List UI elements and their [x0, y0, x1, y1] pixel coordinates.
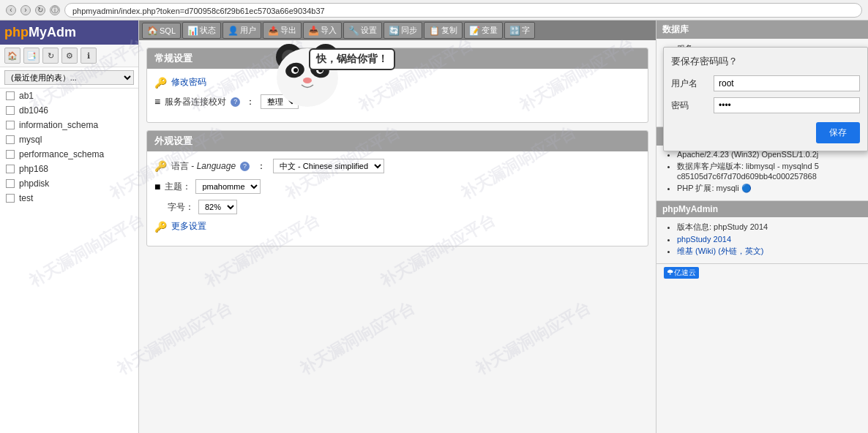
phpmyadmin-item-2: phpStudy 2014: [677, 235, 861, 244]
nav-icon: 📥: [308, 26, 319, 36]
language-help-icon[interactable]: ?: [240, 162, 250, 171]
font-size-select[interactable]: 82%: [198, 200, 237, 214]
language-icon: 🔑: [154, 160, 167, 172]
forward-button[interactable]: ›: [20, 5, 31, 15]
sidebar-icon-row: 🏠 📑 ↻ ⚙ ℹ: [0, 45, 138, 67]
theme-label: 主题：: [165, 181, 191, 193]
bookmark-icon-btn[interactable]: 📑: [23, 48, 40, 64]
theme-select[interactable]: pmahomme: [195, 179, 261, 194]
info-icon-btn[interactable]: ℹ: [81, 48, 97, 64]
refresh-icon-btn[interactable]: ↻: [42, 48, 59, 64]
db-item-label: test: [19, 193, 33, 203]
db-item-label: information_schema: [19, 120, 98, 130]
nav-icon: 👤: [228, 26, 239, 36]
phpstudy-link[interactable]: phpStudy 2014: [677, 235, 731, 244]
browser-chrome: ‹ › ↻ ⓘ phpmyadmin/index.php?token=d7009…: [0, 0, 868, 20]
sidebar-db-item[interactable]: db1046: [0, 103, 138, 118]
popup-username-input[interactable]: [714, 75, 860, 91]
theme-icon: ■: [154, 181, 160, 192]
db-item-checkbox[interactable]: [6, 106, 15, 115]
wiki-link[interactable]: 维基 (Wiki) (外链，英文): [677, 246, 764, 255]
collation-colon: ：: [246, 96, 255, 108]
db-item-checkbox[interactable]: [6, 179, 15, 188]
appearance-settings-body: 🔑 语言 - Language ? ： 中文 - Chinese simplif…: [147, 151, 648, 246]
db-item-checkbox[interactable]: [6, 150, 15, 159]
sidebar-header: phpMyAdm: [0, 20, 138, 45]
back-button[interactable]: ‹: [6, 5, 16, 15]
logo-myadm: MyAdm: [29, 25, 76, 39]
popup-password-row: 密码: [671, 97, 860, 113]
phpmyadmin-item-3: 维基 (Wiki) (外链，英文): [677, 246, 861, 257]
nav-icon: 📤: [268, 26, 279, 36]
change-password-link[interactable]: 修改密码: [171, 76, 206, 89]
mysqli-info-icon[interactable]: 🔵: [741, 184, 752, 192]
change-password-row: 🔑 修改密码: [154, 76, 640, 89]
settings-content: 常规设置 🔑 修改密码 ≡ 服务器连接校对 ? ： 整理: [139, 40, 656, 433]
general-settings-body: 🔑 修改密码 ≡ 服务器连接校对 ? ： 整理: [147, 69, 648, 122]
nav-button-变量[interactable]: 📝变量: [464, 22, 503, 39]
nav-button-导入[interactable]: 📥导入: [303, 22, 342, 39]
nav-button-导出[interactable]: 📤导出: [263, 22, 302, 39]
appearance-settings-section: 外观设置 🔑 语言 - Language ? ： 中文 - Chinese si…: [146, 130, 648, 246]
refresh-button[interactable]: ↻: [35, 5, 45, 15]
language-row: 🔑 语言 - Language ? ： 中文 - Chinese simplif…: [154, 159, 640, 173]
nav-button-状态[interactable]: 📊状态: [182, 22, 221, 39]
nav-label: 变量: [482, 25, 498, 36]
home-icon-btn[interactable]: 🏠: [4, 48, 20, 64]
nav-button-设置[interactable]: 🔧设置: [343, 22, 382, 39]
collation-select[interactable]: 整理: [261, 94, 299, 109]
sidebar-db-item[interactable]: information_schema: [0, 118, 138, 132]
nav-button-SQL[interactable]: 🏠SQL: [142, 23, 181, 39]
nav-label: 同步: [401, 25, 417, 36]
db-select-row: (最近使用的表）...: [0, 67, 138, 89]
sidebar-db-item[interactable]: phpdisk: [0, 176, 138, 191]
sidebar-db-item[interactable]: test: [0, 191, 138, 206]
db-item-label: mysql: [19, 135, 42, 145]
collation-help-icon[interactable]: ?: [231, 97, 240, 107]
nav-button-用户[interactable]: 👤用户: [222, 22, 261, 39]
sidebar-db-item[interactable]: mysql: [0, 132, 138, 147]
url-bar[interactable]: phpmyadmin/index.php?token=d700958c6f29b…: [64, 3, 862, 18]
more-settings-row: 🔑 更多设置: [154, 220, 640, 233]
db-item-checkbox[interactable]: [6, 135, 15, 144]
font-size-row: 字号： 82%: [154, 200, 640, 214]
nav-label: 设置: [361, 25, 377, 36]
popup-username-label: 用户名: [671, 78, 708, 90]
info-button[interactable]: ⓘ: [50, 5, 60, 15]
theme-row: ■ 主题： pmahomme: [154, 179, 640, 194]
sidebar-db-item[interactable]: ab1: [0, 89, 138, 103]
nav-button-复制[interactable]: 📋复制: [424, 22, 463, 39]
general-settings-section: 常规设置 🔑 修改密码 ≡ 服务器连接校对 ? ： 整理: [146, 48, 648, 123]
sidebar-db-item[interactable]: php168: [0, 162, 138, 176]
popup-save-button[interactable]: 保存: [816, 122, 860, 143]
popup-title: 要保存密码吗？: [671, 55, 860, 68]
db-item-checkbox[interactable]: [6, 165, 15, 173]
db-item-label: db1046: [19, 105, 48, 116]
db-item-checkbox[interactable]: [6, 91, 15, 100]
phpmyadmin-item-1: 版本信息: phpStudy 2014: [677, 222, 861, 233]
db-item-label: performance_schema: [19, 149, 104, 159]
yiyun-logo: 🌩亿速云: [664, 267, 699, 279]
nav-label: 复制: [441, 25, 457, 36]
nav-label: 导出: [280, 25, 296, 36]
more-settings-link[interactable]: 更多设置: [171, 220, 206, 233]
db-item-label: php168: [19, 164, 48, 174]
nav-label: 字: [522, 25, 530, 36]
nav-button-字[interactable]: 🔡字: [504, 22, 535, 39]
webserver-item-3: PHP 扩展: mysqli 🔵: [677, 183, 861, 194]
phpmyadmin-title: phpMyAdmin: [656, 201, 868, 217]
settings-icon-btn[interactable]: ⚙: [61, 48, 78, 64]
db-item-checkbox[interactable]: [6, 121, 15, 129]
db-item-checkbox[interactable]: [6, 194, 15, 203]
db-select[interactable]: (最近使用的表）...: [4, 70, 134, 85]
language-colon: ：: [257, 160, 266, 173]
nav-button-同步[interactable]: 🔄同步: [384, 22, 422, 39]
language-select[interactable]: 中文 - Chinese simplified: [273, 159, 384, 173]
sidebar-db-item[interactable]: performance_schema: [0, 147, 138, 162]
nav-label: SQL: [160, 26, 176, 35]
logo-php: php: [4, 25, 29, 39]
nav-icon: 🔄: [389, 26, 400, 36]
nav-icon: 🔡: [509, 26, 520, 36]
phpmyadmin-list: 版本信息: phpStudy 2014 phpStudy 2014 维基 (Wi…: [664, 222, 861, 257]
popup-password-input[interactable]: [714, 97, 860, 113]
